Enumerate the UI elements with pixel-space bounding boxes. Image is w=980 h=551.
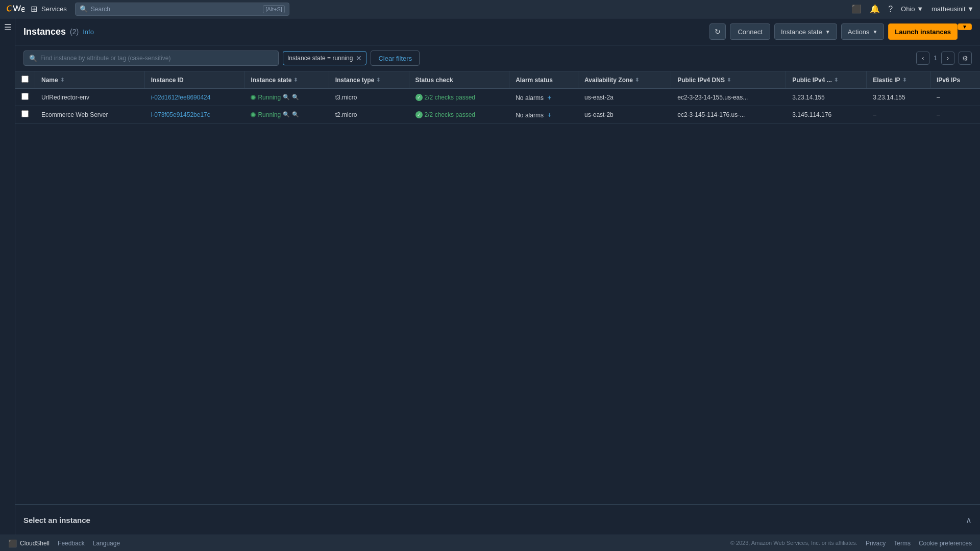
- col-dns-sort: ⬍: [727, 77, 731, 83]
- search-input[interactable]: [91, 6, 260, 13]
- row-instance-id-0[interactable]: i-02d1612fee8690424: [144, 89, 244, 106]
- row-status-check-1: ✓ 2/2 checks passed: [409, 106, 509, 123]
- search-icon: 🔍: [80, 5, 88, 13]
- sidebar-toggle[interactable]: ☰: [4, 22, 11, 32]
- col-ipv6-ips[interactable]: IPv6 IPs: [930, 71, 980, 89]
- row-elastic-ip-0: 3.23.14.155: [867, 89, 930, 106]
- row-instance-type-0: t3.micro: [329, 89, 409, 106]
- select-all-checkbox[interactable]: [21, 76, 29, 83]
- notifications-icon[interactable]: 🔔: [870, 4, 880, 14]
- col-name-label: Name: [41, 77, 58, 84]
- zoom-in-icon-1[interactable]: 🔍: [283, 111, 290, 118]
- row-checkbox-1[interactable]: [21, 110, 29, 117]
- status-running-label-0: Running: [258, 94, 281, 101]
- col-instance-state[interactable]: Instance state ⬍: [244, 71, 329, 89]
- col-name[interactable]: Name ⬍: [35, 71, 145, 89]
- column-settings-button[interactable]: ⚙: [959, 52, 972, 65]
- filter-input[interactable]: [40, 55, 273, 62]
- col-type-sort: ⬍: [376, 77, 380, 83]
- global-search[interactable]: 🔍 [Alt+S]: [75, 3, 289, 16]
- search-shortcut: [Alt+S]: [263, 5, 285, 13]
- col-public-ipv4-label: Public IPv4 ...: [792, 77, 831, 84]
- add-alarm-0[interactable]: +: [547, 93, 551, 102]
- zoom-out-icon-0[interactable]: 🔍: [292, 94, 299, 101]
- terms-link[interactable]: Terms: [894, 540, 911, 547]
- filter-bar: 🔍 Instance state = running ✕ Clear filte…: [15, 45, 980, 71]
- launch-instances-dropdown[interactable]: ▼: [958, 23, 972, 30]
- help-icon[interactable]: ?: [888, 5, 893, 14]
- instance-state-button[interactable]: Instance state ▼: [774, 23, 837, 40]
- cookie-preferences-link[interactable]: Cookie preferences: [919, 540, 972, 547]
- cloudshell-button[interactable]: ⬛ CloudShell: [8, 539, 50, 547]
- col-elastic-ip[interactable]: Elastic IP ⬍: [867, 71, 930, 89]
- select-all-header[interactable]: [15, 71, 35, 89]
- footer-copyright: © 2023, Amazon Web Services, Inc. or its…: [730, 540, 857, 547]
- feedback-link[interactable]: Feedback: [58, 540, 85, 547]
- nav-right: ⬛ 🔔 ? Ohio ▼ matheusinit ▼: [851, 4, 974, 14]
- bottom-panel: Select an instance ∧: [15, 504, 980, 535]
- zoom-in-icon-0[interactable]: 🔍: [283, 94, 290, 101]
- row-status-check-0: ✓ 2/2 checks passed: [409, 89, 509, 106]
- status-running-label-1: Running: [258, 111, 281, 118]
- instances-count: (2): [70, 28, 79, 36]
- privacy-link[interactable]: Privacy: [866, 540, 886, 547]
- table-header-row: Name ⬍ Instance ID Instance state: [15, 71, 980, 89]
- row-availability-zone-0: us-east-2a: [578, 89, 671, 106]
- language-link[interactable]: Language: [93, 540, 120, 547]
- filter-tag-close[interactable]: ✕: [356, 55, 362, 62]
- header-actions: ↻ Connect Instance state ▼ Actions ▼ Lau…: [709, 23, 972, 40]
- status-check-label-0: 2/2 checks passed: [425, 94, 475, 101]
- prev-page-button[interactable]: ‹: [916, 52, 929, 65]
- col-instance-id[interactable]: Instance ID: [144, 71, 244, 89]
- bottom-panel-collapse[interactable]: ∧: [966, 515, 972, 525]
- info-link[interactable]: Info: [83, 28, 94, 36]
- row-checkbox-cell-0[interactable]: [15, 89, 35, 106]
- connect-button[interactable]: Connect: [730, 23, 770, 40]
- col-public-ipv4-dns-label: Public IPv4 DNS: [677, 77, 725, 84]
- col-instance-type[interactable]: Instance type ⬍: [329, 71, 409, 89]
- filter-tag-text: Instance state = running: [287, 55, 353, 62]
- actions-label: Actions: [848, 28, 870, 36]
- actions-dropdown-icon: ▼: [872, 29, 877, 35]
- col-public-ipv4[interactable]: Public IPv4 ... ⬍: [786, 71, 867, 89]
- alarm-status-label-1: No alarms: [516, 112, 544, 119]
- instance-id-link-1[interactable]: i-073f05e91452be17c: [151, 111, 210, 118]
- row-checkbox-0[interactable]: [21, 93, 29, 100]
- refresh-button[interactable]: ↻: [709, 23, 726, 40]
- col-status-check[interactable]: Status check: [409, 71, 509, 89]
- col-alarm-status[interactable]: Alarm status: [509, 71, 578, 89]
- row-checkbox-cell-1[interactable]: [15, 106, 35, 123]
- services-nav[interactable]: Services: [41, 5, 67, 13]
- row-name-1: Ecommerce Web Server: [35, 106, 145, 123]
- row-instance-id-1[interactable]: i-073f05e91452be17c: [144, 106, 244, 123]
- user-menu[interactable]: matheusinit ▼: [932, 5, 974, 13]
- col-elastic-ip-label: Elastic IP: [873, 77, 900, 84]
- row-public-ipv4-0: 3.23.14.155: [786, 89, 867, 106]
- row-instance-state-0: Running 🔍 🔍: [244, 89, 329, 106]
- add-alarm-1[interactable]: +: [547, 111, 551, 119]
- row-elastic-ip-1: –: [867, 106, 930, 123]
- next-page-button[interactable]: ›: [941, 52, 954, 65]
- main-wrapper: ☰ Instances (2) Info ↻ Connect Instance …: [0, 18, 980, 535]
- zoom-out-icon-1[interactable]: 🔍: [292, 111, 299, 118]
- col-alarm-status-label: Alarm status: [516, 77, 553, 84]
- instance-state-label: Instance state: [781, 28, 822, 36]
- search-filter[interactable]: 🔍: [23, 51, 279, 66]
- actions-button[interactable]: Actions ▼: [841, 23, 885, 40]
- col-instance-id-label: Instance ID: [151, 77, 184, 84]
- footer-links: © 2023, Amazon Web Services, Inc. or its…: [730, 540, 972, 547]
- instance-state-dropdown-icon: ▼: [825, 29, 830, 35]
- col-availability-zone[interactable]: Availability Zone ⬍: [578, 71, 671, 89]
- launch-instances-button[interactable]: Launch instances: [888, 23, 958, 40]
- row-alarm-status-1: No alarms +: [509, 106, 578, 123]
- services-label: Services: [41, 5, 67, 13]
- region-selector[interactable]: Ohio ▼: [901, 5, 923, 13]
- cloudshell-icon[interactable]: ⬛: [851, 4, 862, 14]
- grid-icon[interactable]: ⊞: [31, 4, 37, 14]
- clear-filters-button[interactable]: Clear filters: [371, 51, 420, 66]
- alarm-status-label-0: No alarms: [516, 94, 544, 102]
- aws-logo[interactable]: [6, 3, 27, 15]
- col-public-ipv4-dns[interactable]: Public IPv4 DNS ⬍: [671, 71, 786, 89]
- instance-id-link-0[interactable]: i-02d1612fee8690424: [151, 94, 211, 101]
- col-name-sort: ⬍: [60, 77, 64, 83]
